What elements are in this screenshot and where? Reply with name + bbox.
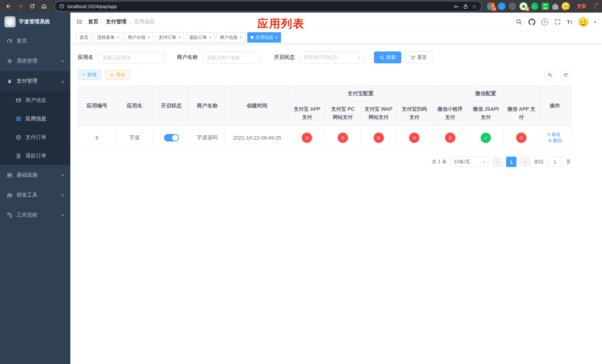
tag-home[interactable]: 首页 — [76, 32, 92, 43]
extension-check-icon[interactable]: ✓ — [531, 3, 538, 10]
browser-forward-button[interactable] — [16, 1, 25, 11]
toggle-knob — [172, 135, 178, 141]
sidebar-logo[interactable]: 芋道管理系统 — [0, 13, 70, 31]
merchant-name-input[interactable] — [202, 52, 261, 63]
extension-dark-icon[interactable] — [509, 3, 516, 10]
search-button-label: 搜索 — [386, 54, 396, 61]
cell-alipay-pc: ✕ — [325, 126, 361, 150]
breadcrumb-section[interactable]: 支付管理 — [106, 19, 127, 25]
refresh-table-button[interactable] — [560, 69, 571, 80]
extension-green-avatar-icon[interactable]: 1 — [519, 2, 527, 10]
extension-blue-icon[interactable] — [498, 3, 505, 10]
browser-menu-icon[interactable]: ⋮ — [592, 3, 598, 10]
merchant-name-label: 商户名称 — [177, 54, 198, 61]
font-size-icon[interactable]: TT — [567, 19, 572, 25]
sidebar-item-label: 退款订单 — [26, 152, 64, 159]
site-info-icon[interactable] — [59, 4, 64, 9]
app-title: 芋道管理系统 — [19, 19, 50, 25]
close-icon[interactable]: × — [239, 35, 242, 40]
cell-wx-mini: ✕ — [432, 126, 468, 150]
browser-reload-button[interactable] — [27, 1, 37, 11]
cell-app-name: 芋道 — [116, 126, 153, 150]
download-icon — [110, 73, 114, 77]
bookmark-star-icon[interactable]: ☆ — [472, 3, 477, 9]
close-icon[interactable]: × — [275, 35, 278, 40]
browser-home-button[interactable] — [39, 1, 49, 11]
delete-link[interactable]: 删除 — [548, 138, 562, 144]
sidebar-item-infrastructure[interactable]: 基础设施 ▾ — [0, 165, 70, 185]
sidebar-item-workflow[interactable]: 工作流程 ▾ — [0, 205, 70, 225]
refresh-icon — [411, 55, 415, 60]
sidebar-item-label: 研发工具 — [17, 192, 58, 198]
tag-label: 支付订单 — [159, 34, 176, 41]
close-icon[interactable]: × — [209, 35, 211, 40]
goto-page-input[interactable] — [548, 157, 562, 167]
app-name-input[interactable] — [98, 52, 164, 63]
toggle-search-button[interactable] — [544, 69, 555, 80]
profile-avatar[interactable] — [562, 2, 570, 10]
toolbox-icon — [7, 192, 13, 198]
header-search-icon[interactable] — [516, 19, 522, 25]
breadcrumb-home[interactable]: 首页 — [88, 19, 98, 25]
sidebar-item-label: 商户信息 — [26, 97, 64, 104]
check-glyph: ✓ — [533, 4, 536, 9]
prev-page-button[interactable]: ‹ — [492, 157, 502, 167]
tag-flow-form[interactable]: 流程表单× — [94, 32, 123, 43]
page-number-1[interactable]: 1 — [506, 157, 516, 167]
document-icon — [16, 153, 22, 159]
tag-merchant-info[interactable]: 商户信息× — [216, 32, 246, 43]
browser-back-button[interactable] — [4, 1, 13, 11]
sidebar-item-refund-order[interactable]: 退款订单 — [0, 147, 70, 165]
page-size-select[interactable]: 10条/页 ▾ — [451, 157, 488, 167]
next-page-button[interactable]: › — [520, 157, 531, 167]
page-content: 应用名 商户名称 开启状态 请选择开启状态 ▾ — [70, 44, 578, 167]
sidebar-item-pay-order[interactable]: 支付订单 — [0, 128, 70, 147]
extension-colorful-icon[interactable]: 10 — [487, 3, 495, 10]
close-icon[interactable]: × — [147, 35, 150, 40]
sidebar-item-app-info[interactable]: 应用信息 — [0, 110, 70, 128]
col-app-id: 应用编号 — [78, 86, 116, 126]
status-toggle[interactable] — [164, 134, 179, 141]
col-alipay-qr: 支付宝扫码支付 — [397, 101, 432, 126]
url-text[interactable]: localhost:1024/pay/app — [67, 3, 450, 9]
edit-link[interactable]: ✎修改 — [547, 131, 561, 138]
tag-user-group[interactable]: 用户分组× — [124, 32, 153, 43]
export-button[interactable]: 导出 — [105, 70, 130, 80]
status-cross-icon: ✕ — [373, 133, 384, 143]
github-icon[interactable] — [528, 18, 535, 25]
fullscreen-icon[interactable] — [554, 19, 561, 25]
user-avatar[interactable] — [578, 17, 588, 27]
sidebar-item-merchant-info[interactable]: 商户信息 — [0, 91, 70, 110]
tag-pay-order[interactable]: 支付订单× — [155, 32, 184, 43]
sidebar-item-system[interactable]: 系统管理 ▾ — [0, 51, 70, 71]
sidebar-item-payment[interactable]: ¥ 支付管理 ▴ — [0, 71, 70, 91]
browser-update-button[interactable]: 更新 — [574, 2, 589, 11]
sidebar-fold-icon[interactable] — [76, 19, 83, 25]
avatar-caret-icon[interactable]: ▾ — [594, 20, 596, 24]
col-wx-app: 微信 APP 支付 — [504, 101, 539, 126]
app-name-label: 应用名 — [78, 54, 93, 61]
close-icon[interactable]: × — [117, 35, 119, 40]
help-icon[interactable]: ? — [541, 18, 548, 25]
status-select[interactable]: 请选择开启状态 ▾ — [299, 52, 364, 63]
col-alipay-wap: 支付宝 WAP 网站支付 — [361, 101, 397, 126]
cell-wx-app: ✕ — [504, 126, 539, 150]
extensions-puzzle-icon[interactable] — [552, 5, 558, 10]
reset-button[interactable]: 重置 — [405, 52, 432, 63]
tag-app-info[interactable]: 应用信息× — [247, 32, 281, 43]
sidebar-item-home[interactable]: 首页 — [0, 31, 70, 51]
breadcrumb-separator: / — [101, 19, 103, 25]
tag-refund-order[interactable]: 退款订单× — [186, 32, 215, 43]
goto-label: 前往 — [534, 159, 544, 165]
extension-note-icon[interactable] — [542, 3, 549, 10]
sidebar-item-label: 应用信息 — [26, 116, 64, 122]
password-key-icon[interactable] — [453, 3, 459, 9]
sidebar-item-dev-tools[interactable]: 研发工具 ▾ — [0, 185, 70, 205]
add-button[interactable]: + 新增 — [78, 70, 101, 80]
tag-label: 退款订单 — [189, 34, 207, 41]
close-icon[interactable]: × — [178, 35, 181, 40]
add-button-label: 新增 — [87, 72, 97, 78]
search-button[interactable]: 搜索 — [374, 52, 401, 63]
share-icon[interactable] — [462, 3, 468, 9]
address-bar[interactable]: localhost:1024/pay/app ☆ — [55, 1, 481, 11]
